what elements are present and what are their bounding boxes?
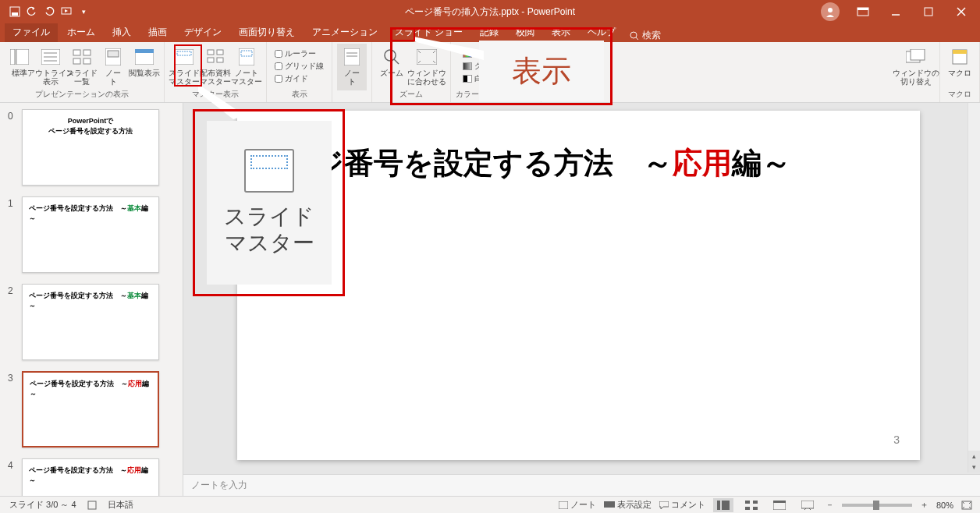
current-slide[interactable]: ージ番号を設定する方法 ～応用編～ 3 [237, 111, 920, 460]
svg-rect-1 [12, 12, 18, 16]
group-zoom: ズーム ウィンドウ に合わせる ズーム [372, 42, 451, 102]
prev-slide-button[interactable]: ▴ [968, 451, 980, 462]
notes-master-button[interactable]: ノート マスター [232, 44, 261, 88]
svg-rect-57 [801, 501, 814, 508]
account-avatar[interactable] [821, 2, 840, 21]
start-from-beginning-icon[interactable] [59, 5, 73, 19]
tab-design[interactable]: デザイン [176, 23, 229, 42]
slide-scrollbar[interactable]: ▴ ▾ [968, 103, 980, 472]
zoom-in-button[interactable]: ＋ [920, 499, 929, 511]
redo-icon[interactable] [42, 5, 56, 19]
fit-to-window-status-button[interactable] [961, 501, 972, 510]
slide-thumbnail-panel[interactable]: 0PowerPointでページ番号を設定する方法1ページ番号を設定する方法 ～基… [0, 103, 183, 496]
slide-master-button[interactable]: スライド マスター [169, 44, 199, 88]
slide-page-number: 3 [893, 433, 900, 446]
outline-view-button[interactable]: アウトライン 表示 [36, 44, 66, 88]
svg-rect-20 [73, 58, 80, 64]
save-icon[interactable] [8, 5, 22, 19]
tab-slideshow[interactable]: スライド ショー [387, 23, 470, 42]
thumbnail-slide[interactable]: ページ番号を設定する方法 ～応用編～ [22, 371, 159, 448]
tab-home[interactable]: ホーム [59, 23, 103, 42]
svg-rect-54 [753, 507, 758, 510]
notes-placeholder: ノートを入力 [191, 479, 247, 490]
ribbon-display-options-icon[interactable] [854, 2, 872, 21]
ruler-checkbox[interactable]: ルーラー [275, 48, 324, 59]
accessibility-icon[interactable] [87, 501, 97, 510]
svg-point-37 [385, 50, 396, 61]
zoom-out-button[interactable]: － [826, 499, 834, 511]
thumbnail-slide[interactable]: PowerPointでページ番号を設定する方法 [22, 109, 159, 186]
thumbnail-row[interactable]: 1ページ番号を設定する方法 ～基本編～ [8, 196, 183, 273]
maximize-button[interactable] [919, 2, 938, 21]
macros-button[interactable]: マクロ [945, 44, 975, 88]
group-label-master-views: マスター表示 [192, 88, 239, 102]
annotation-slide-master-zoom: スライド マスター [207, 121, 332, 285]
svg-rect-29 [217, 50, 223, 55]
status-notes-button[interactable]: ノート [559, 499, 596, 511]
group-notes-toggle: ノー ト [332, 42, 372, 102]
slide-master-icon-large [244, 149, 294, 193]
slide-sorter-status-button[interactable] [741, 498, 762, 512]
group-label-zoom: ズーム [399, 88, 423, 102]
language-indicator[interactable]: 日本語 [108, 499, 133, 511]
switch-windows-button[interactable]: ウィンドウの 切り替え [897, 44, 935, 90]
thumbnail-slide[interactable]: ページ番号を設定する方法 ～応用編～ [22, 458, 159, 496]
svg-rect-21 [83, 58, 91, 64]
thumbnail-slide[interactable]: ページ番号を設定する方法 ～基本編～ [22, 196, 159, 273]
tab-help[interactable]: ヘルプ [580, 23, 623, 42]
tab-record[interactable]: 記録 [472, 23, 506, 42]
status-bar: スライド 3/0 ～ 4 日本語 ノート 表示設定 コメント － ＋ 80% [0, 496, 980, 513]
tab-transitions[interactable]: 画面切り替え [231, 23, 303, 42]
reading-view-button[interactable]: 閲覧表示 [130, 44, 159, 88]
tab-review[interactable]: 校閲 [508, 23, 542, 42]
fit-to-window-button[interactable]: ウィンドウ に合わせる [408, 44, 446, 88]
quick-access-toolbar: ▾ [0, 5, 98, 19]
thumbnail-row[interactable]: 2ページ番号を設定する方法 ～基本編～ [8, 284, 183, 360]
title-bar: ▾ ページ番号の挿入方法.pptx - PowerPoint [0, 0, 980, 23]
thumbnail-row[interactable]: 4ページ番号を設定する方法 ～応用編～ [8, 458, 183, 496]
annotation-view-zoom: 表示 [479, 41, 604, 101]
tab-insert[interactable]: 挿入 [105, 23, 139, 42]
gridlines-checkbox[interactable]: グリッド線 [275, 61, 324, 72]
thumbnail-slide[interactable]: ページ番号を設定する方法 ～基本編～ [22, 284, 159, 360]
thumbnail-row[interactable]: 0PowerPointでページ番号を設定する方法 [8, 109, 183, 186]
notes-toggle-button[interactable]: ノー ト [337, 44, 367, 90]
svg-rect-47 [559, 501, 568, 509]
slide-sorter-button[interactable]: スライド 一覧 [67, 44, 97, 88]
minimize-button[interactable] [886, 2, 905, 21]
notes-pane[interactable]: ノートを入力 [183, 474, 980, 496]
slideshow-status-button[interactable] [797, 498, 818, 512]
handout-master-button[interactable]: 配布資料 マスター [201, 44, 230, 88]
slide-counter[interactable]: スライド 3/0 ～ 4 [9, 499, 76, 511]
thumbnail-row[interactable]: 3ページ番号を設定する方法 ～応用編～ [8, 371, 183, 448]
svg-rect-52 [753, 501, 758, 504]
tab-file[interactable]: ファイル [5, 23, 58, 42]
search-icon [630, 31, 639, 41]
normal-view-status-button[interactable] [713, 498, 733, 512]
svg-line-11 [636, 37, 638, 40]
status-comments-button[interactable]: コメント [659, 499, 705, 511]
svg-rect-46 [88, 501, 96, 509]
undo-icon[interactable] [25, 5, 39, 19]
zoom-level[interactable]: 80% [936, 501, 953, 510]
next-slide-button[interactable]: ▾ [968, 462, 980, 472]
tab-draw[interactable]: 描画 [140, 23, 175, 42]
tab-view[interactable]: 表示 [544, 23, 578, 42]
guides-checkbox[interactable]: ガイド [275, 73, 324, 84]
zoom-slider[interactable] [842, 504, 912, 507]
tab-animations[interactable]: アニメーション [304, 23, 385, 42]
svg-rect-31 [217, 58, 223, 62]
close-button[interactable] [952, 2, 971, 21]
thumbnail-number: 3 [8, 371, 17, 384]
svg-rect-50 [722, 501, 730, 510]
qat-dropdown-icon[interactable]: ▾ [76, 5, 91, 19]
status-display-settings-button[interactable]: 表示設定 [604, 499, 652, 511]
svg-line-38 [394, 59, 399, 64]
notes-page-button[interactable]: ノー ト [98, 44, 128, 88]
zoom-button[interactable]: ズーム [377, 44, 407, 88]
tell-me-search[interactable]: 検索 [630, 29, 661, 42]
window-controls [821, 2, 980, 21]
group-presentation-views: 標準 アウトライン 表示 スライド 一覧 ノー ト 閲覧表示 プレゼンテーション… [0, 42, 165, 102]
group-macros: マクロ マクロ [940, 42, 980, 102]
reading-view-status-button[interactable] [769, 498, 790, 512]
